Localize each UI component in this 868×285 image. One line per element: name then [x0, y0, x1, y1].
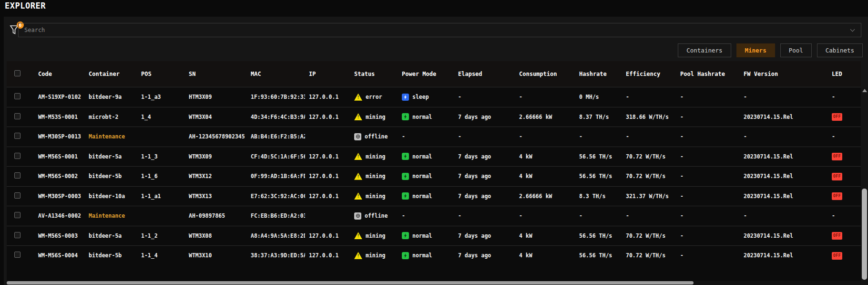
table-row[interactable]: WM-M53S-0001microbt-21_4WTM3X044D:34:F6:…: [7, 107, 861, 127]
row-checkbox[interactable]: [14, 172, 20, 179]
cell-container: bitdeer-5b: [85, 173, 137, 179]
row-checkbox[interactable]: [14, 212, 20, 218]
led-off-badge: OFF: [832, 153, 842, 160]
cell-fw-version: 20230714.15.Rel: [740, 232, 828, 239]
cell-code: AM-S19XP-0102: [34, 94, 85, 100]
select-all-checkbox[interactable]: [14, 70, 20, 76]
cell-pool-hashrate: -: [676, 173, 740, 179]
cell-efficiency: 70.72 W/TH/s: [622, 252, 676, 259]
tab-cabinets[interactable]: Cabinets: [817, 43, 863, 57]
power-mode-label: -: [402, 133, 405, 140]
power-normal-icon: [402, 192, 409, 200]
led-off-badge: OFF: [832, 113, 842, 121]
cell-status: offline: [350, 133, 398, 140]
cell-power-mode: -: [398, 133, 454, 140]
scroll-up-arrow-icon[interactable]: [862, 89, 867, 92]
cell-led: OFF: [828, 113, 861, 121]
table-row[interactable]: WM-M56S-0004bitdeer-5b1-1_4WTM3X1038:37:…: [7, 245, 861, 265]
warning-icon: [354, 94, 362, 101]
vertical-scrollbar-thumb[interactable]: [862, 189, 867, 280]
cell-led: -: [828, 94, 861, 100]
column-header-hashrate: Hashrate: [575, 71, 622, 77]
status-label: mining: [366, 232, 386, 239]
status-label: offline: [365, 212, 388, 219]
table-row[interactable]: AM-S19XP-0102bitdeer-9a1-1_a3HTM3X091F:9…: [7, 87, 861, 107]
tab-containers[interactable]: Containers: [678, 43, 731, 57]
cell-code: WM-M30SP-0013: [34, 133, 85, 140]
horizontal-scrollbar-thumb[interactable]: [7, 281, 694, 285]
cell-consumption: 4 kW: [515, 173, 575, 179]
cell-ip: 127.0.0.1: [305, 232, 350, 239]
lightning-bolt-icon: [403, 253, 408, 258]
column-header-consumption: Consumption: [515, 71, 575, 77]
cell-mac: FC:EB:B6:ED:A2:03: [247, 212, 305, 219]
cell-sn: WTM3X09: [185, 153, 247, 160]
power-normal-icon: [402, 113, 409, 120]
cell-pool-hashrate: -: [676, 114, 740, 120]
cell-pool-hashrate: -: [676, 212, 740, 219]
cell-pos: 1-1_a1: [137, 193, 185, 200]
row-checkbox[interactable]: [14, 232, 20, 238]
table-header-row: CodeContainerPOSSNMACIPStatusPower ModeE…: [7, 61, 861, 87]
cell-pool-hashrate: -: [676, 252, 740, 259]
table-row[interactable]: AV-A1346-0002MaintenanceAH-09897865FC:EB…: [7, 206, 861, 226]
column-header-elapsed: Elapsed: [454, 71, 515, 77]
cell-consumption: 4 kW: [515, 232, 575, 239]
cell-efficiency: -: [622, 212, 676, 219]
vertical-scrollbar[interactable]: [861, 87, 868, 285]
column-header-pos: POS: [137, 71, 185, 77]
cell-code: WM-M30SP-0003: [34, 193, 85, 200]
table-row[interactable]: WM-M56S-0001bitdeer-5a1-1_3WTM3X09CF:4D:…: [7, 147, 861, 167]
cell-sn: AH-12345678902345: [185, 133, 247, 140]
table-row[interactable]: WM-M56S-0002bitdeer-5b1-1_6WTM3X120F:99:…: [7, 166, 861, 186]
column-header-container: Container: [85, 71, 137, 77]
row-checkbox[interactable]: [14, 133, 20, 139]
cell-consumption: 4 kW: [515, 153, 575, 160]
cell-power-mode: normal: [398, 153, 454, 160]
tab-miners[interactable]: Miners: [736, 43, 775, 57]
lightning-bolt-icon: [403, 154, 408, 159]
row-checkbox[interactable]: [14, 252, 20, 258]
row-checkbox[interactable]: [14, 192, 20, 199]
lightning-bolt-icon: [403, 174, 408, 179]
row-checkbox[interactable]: [14, 93, 20, 99]
cell-status: mining: [350, 232, 398, 239]
cell-pool-hashrate: -: [676, 94, 740, 100]
search-input[interactable]: [19, 23, 861, 37]
cell-status: mining: [350, 252, 398, 259]
cell-led: OFF: [828, 152, 861, 160]
cell-hashrate: -: [575, 212, 622, 219]
cell-consumption: 2.66666 kW: [515, 193, 575, 200]
explorer-panel: 6 ContainersMinersPoolCabinets CodeConta…: [4, 17, 868, 285]
cell-led: -: [828, 133, 861, 140]
cell-fw-version: 20230714.15.Rel: [740, 193, 828, 200]
cell-power-mode: -: [398, 212, 454, 219]
cell-sn: WTM3X12: [185, 173, 247, 179]
row-select-cell: [7, 133, 34, 140]
cell-hashrate: 56.56 TH/s: [575, 153, 622, 160]
cell-power-mode: sleep: [398, 94, 454, 101]
power-mode-label: normal: [412, 114, 432, 120]
horizontal-scrollbar[interactable]: [7, 281, 861, 285]
status-label: mining: [366, 193, 386, 200]
warning-icon: [354, 113, 362, 120]
cell-container: Maintenance: [85, 212, 137, 219]
cell-container: Maintenance: [85, 133, 137, 140]
cell-hashrate: 56.56 TH/s: [575, 173, 622, 179]
row-checkbox[interactable]: [14, 153, 20, 159]
row-checkbox[interactable]: [14, 113, 20, 119]
tab-pool[interactable]: Pool: [780, 43, 812, 57]
table-row[interactable]: WM-M30SP-0003bitdeer-10a1-1_a1WTM3X13E7:…: [7, 186, 861, 206]
lightning-bolt-icon: [403, 95, 408, 100]
power-sleep-icon: [402, 94, 409, 101]
cell-efficiency: 70.72 W/TH/s: [622, 153, 676, 160]
cell-status: mining: [350, 173, 398, 180]
table-row[interactable]: WM-M30SP-0013MaintenanceAH-1234567890234…: [7, 127, 861, 147]
led-off-badge: OFF: [832, 252, 842, 260]
cell-power-mode: normal: [398, 252, 454, 259]
table-row[interactable]: WM-M56S-0003bitdeer-5a1-1_2WTM3X08A8:A4:…: [7, 226, 861, 246]
cell-led: OFF: [828, 252, 861, 260]
column-header-power-mode: Power Mode: [398, 71, 454, 77]
cell-hashrate: 8.37 TH/s: [575, 114, 622, 120]
cell-consumption: 2.66666 kW: [515, 114, 575, 120]
